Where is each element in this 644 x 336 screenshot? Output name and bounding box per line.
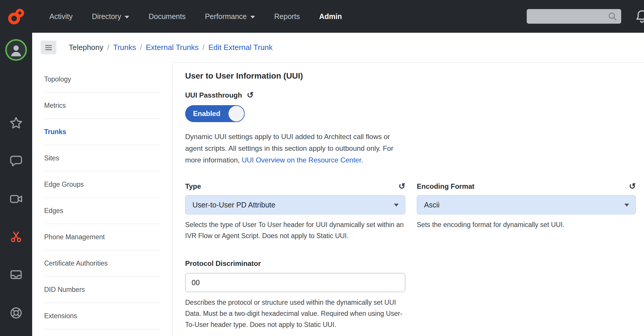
telephony-sidebar: Topology Metrics Trunks Sites Edge Group…	[32, 62, 173, 336]
nav-label: Performance	[205, 12, 247, 21]
description-text-end: .	[361, 156, 363, 164]
reset-icon[interactable]: ↺	[399, 183, 405, 190]
app-rail	[0, 33, 32, 336]
nav-label: Activity	[49, 12, 73, 21]
nav-item-activity[interactable]: Activity	[40, 0, 82, 33]
breadcrumb-item-telephony: Telephony	[69, 43, 104, 52]
sidebar-item-phone-management[interactable]: Phone Management	[44, 224, 161, 250]
nav-item-documents[interactable]: Documents	[139, 0, 195, 33]
breadcrumb: Telephony / Trunks / External Trunks / E…	[69, 43, 273, 52]
primary-nav: Activity Directory Documents Performance…	[40, 0, 352, 33]
nav-label: Documents	[149, 12, 185, 21]
protocol-help-text: Describes the protocol or structure used…	[185, 297, 407, 330]
protocol-discriminator-label: Protocol Discriminator	[185, 259, 261, 267]
scissors-icon[interactable]	[0, 230, 32, 244]
search-icon	[607, 11, 618, 22]
sidebar-item-topology[interactable]: Topology	[44, 66, 161, 93]
inbox-tray-icon[interactable]	[0, 268, 32, 282]
top-navigation-bar: Activity Directory Documents Performance…	[0, 0, 644, 33]
global-search	[527, 9, 621, 24]
avatar	[5, 39, 27, 61]
sidebar-item-metrics[interactable]: Metrics	[44, 93, 161, 119]
type-select[interactable]: User-to-User PD Attribute	[185, 195, 405, 214]
type-selected-value: User-to-User PD Attribute	[192, 201, 275, 209]
encoding-format-label: Encoding Format	[417, 182, 474, 190]
menu-hamburger-button[interactable]	[41, 41, 56, 54]
life-ring-icon[interactable]	[0, 306, 32, 320]
reset-icon[interactable]: ↺	[247, 92, 254, 99]
encoding-field-group: Encoding Format ↺ Ascii Sets the encodin…	[417, 182, 636, 241]
nav-item-reports[interactable]: Reports	[265, 0, 310, 33]
type-label: Type	[185, 182, 201, 190]
breadcrumb-item-external-trunks[interactable]: External Trunks	[146, 43, 199, 52]
sidebar-item-extensions[interactable]: Extensions	[44, 303, 161, 329]
genesys-logo-icon[interactable]	[0, 8, 32, 25]
sidebar-item-edges[interactable]: Edges	[44, 198, 161, 224]
notifications-bell-icon[interactable]	[634, 9, 644, 24]
uui-overview-link[interactable]: UUI Overview on the Resource Center	[242, 156, 361, 164]
breadcrumb-separator: /	[140, 43, 142, 52]
nav-item-admin[interactable]: Admin	[309, 0, 352, 33]
sidebar-item-trunks[interactable]: Trunks	[44, 119, 161, 145]
sidebar-item-certificate-authorities[interactable]: Certificate Authorities	[44, 250, 161, 277]
nav-label: Directory	[92, 12, 121, 21]
chat-bubble-icon[interactable]	[0, 154, 32, 168]
encoding-format-select[interactable]: Ascii	[417, 195, 636, 214]
chevron-down-icon	[250, 16, 255, 18]
toggle-knob	[228, 106, 244, 122]
sidebar-item-did-numbers[interactable]: DID Numbers	[44, 277, 161, 303]
nav-item-directory[interactable]: Directory	[82, 0, 139, 33]
sidebar-item-sites[interactable]: Sites	[44, 145, 161, 172]
chevron-down-icon	[624, 204, 629, 207]
encoding-selected-value: Ascii	[424, 201, 440, 209]
uui-description: Dynamic UUI settings apply to UUI added …	[185, 131, 409, 166]
reset-icon[interactable]: ↺	[629, 183, 636, 190]
chevron-down-icon	[394, 204, 399, 207]
chevron-down-icon	[125, 16, 129, 18]
encoding-help-text: Sets the encoding format for dynamically…	[417, 219, 636, 230]
breadcrumb-separator: /	[107, 43, 109, 52]
nav-label: Admin	[319, 12, 342, 21]
uui-passthrough-label: UUI Passthrough	[185, 91, 242, 99]
nav-item-performance[interactable]: Performance	[195, 0, 265, 33]
protocol-discriminator-input[interactable]	[185, 273, 405, 292]
breadcrumb-item-trunks[interactable]: Trunks	[113, 43, 136, 52]
type-field-group: Type ↺ User-to-User PD Attribute Selects…	[185, 182, 405, 241]
type-help-text: Selects the type of User To User header …	[185, 219, 405, 241]
protocol-discriminator-group: Protocol Discriminator Describes the pro…	[185, 259, 644, 330]
video-camera-icon[interactable]	[0, 192, 32, 206]
breadcrumb-separator: /	[202, 43, 204, 52]
main-content: User to User Information (UUI) UUI Passt…	[173, 62, 644, 336]
favorites-star-icon[interactable]	[0, 116, 32, 130]
section-title: User to User Information (UUI)	[185, 71, 644, 81]
breadcrumb-item-edit-external-trunk[interactable]: Edit External Trunk	[208, 43, 273, 52]
nav-label: Reports	[274, 12, 300, 21]
uui-passthrough-toggle[interactable]: Enabled	[185, 105, 245, 122]
user-avatar[interactable]	[0, 39, 32, 61]
sidebar-item-edge-groups[interactable]: Edge Groups	[44, 172, 161, 198]
toggle-state-label: Enabled	[185, 110, 220, 118]
breadcrumb-bar: Telephony / Trunks / External Trunks / E…	[32, 33, 644, 62]
